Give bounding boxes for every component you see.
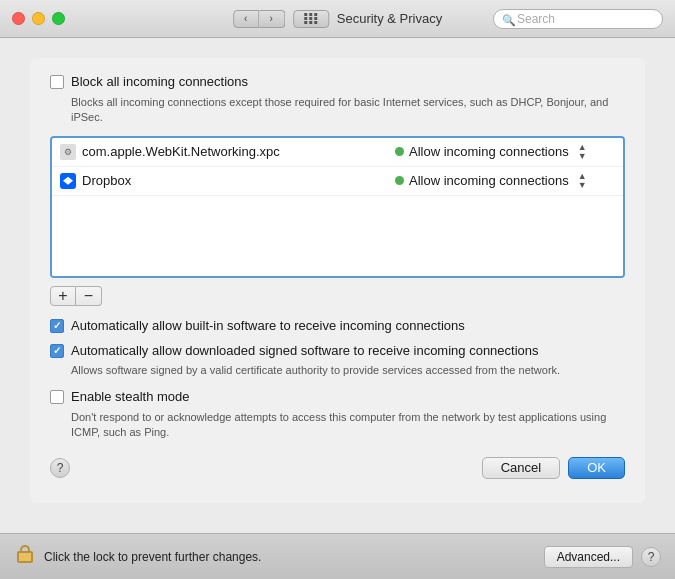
table-row[interactable]: Dropbox Allow incoming connections ▲ ▼ xyxy=(52,167,623,196)
app-name-webkit: ⚙ com.apple.WebKit.Networking.xpc xyxy=(60,144,395,160)
search-icon: 🔍 xyxy=(502,14,512,24)
auto-signed-sublabel: Allows software signed by a valid certif… xyxy=(71,363,625,378)
bottom-right-buttons: Advanced... ? xyxy=(544,546,661,568)
action-right: Cancel OK xyxy=(482,457,625,479)
auto-builtin-checkbox[interactable] xyxy=(50,319,64,333)
app-list-box: ⚙ com.apple.WebKit.Networking.xpc Allow … xyxy=(50,136,625,278)
advanced-button[interactable]: Advanced... xyxy=(544,546,633,568)
auto-signed-label: Automatically allow downloaded signed so… xyxy=(71,343,539,360)
app-icon-dropbox xyxy=(60,173,76,189)
nav-buttons: ‹ › xyxy=(233,10,285,28)
dialog-actions: ? Cancel OK xyxy=(50,457,625,479)
maximize-button[interactable] xyxy=(52,12,65,25)
app-permission-webkit: Allow incoming connections ▲ ▼ xyxy=(395,143,615,161)
lock-shackle xyxy=(20,545,30,553)
lock-icon[interactable] xyxy=(14,545,36,569)
lock-section: Click the lock to prevent further change… xyxy=(14,545,261,569)
firewall-panel: Block all incoming connections Blocks al… xyxy=(30,58,645,503)
green-dot-webkit xyxy=(395,147,404,156)
auto-signed-checkbox[interactable] xyxy=(50,344,64,358)
stealth-mode-row: Enable stealth mode xyxy=(50,389,625,406)
auto-builtin-row: Automatically allow built-in software to… xyxy=(50,318,625,335)
stealth-mode-checkbox[interactable] xyxy=(50,390,64,404)
auto-signed-row: Automatically allow downloaded signed so… xyxy=(50,343,625,360)
auto-builtin-label: Automatically allow built-in software to… xyxy=(71,318,465,335)
window-title: Security & Privacy xyxy=(337,11,442,26)
lock-text: Click the lock to prevent further change… xyxy=(44,550,261,564)
main-content: Block all incoming connections Blocks al… xyxy=(0,38,675,533)
titlebar-right: 🔍 Search xyxy=(493,9,663,29)
permission-stepper-dropbox[interactable]: ▲ ▼ xyxy=(578,172,587,190)
search-placeholder: Search xyxy=(517,12,555,26)
bottom-bar: Click the lock to prevent further change… xyxy=(0,533,675,579)
block-connections-checkbox[interactable] xyxy=(50,75,64,89)
block-connections-sublabel: Blocks all incoming connections except t… xyxy=(71,95,625,126)
app-list-filler xyxy=(52,196,623,276)
block-connections-label: Block all incoming connections xyxy=(71,74,248,91)
remove-app-button[interactable]: − xyxy=(76,286,102,306)
stealth-mode-label: Enable stealth mode xyxy=(71,389,190,406)
green-dot-dropbox xyxy=(395,176,404,185)
search-box[interactable]: 🔍 Search xyxy=(493,9,663,29)
forward-button[interactable]: › xyxy=(259,10,285,28)
block-connections-row: Block all incoming connections xyxy=(50,74,625,91)
traffic-lights xyxy=(12,12,65,25)
stealth-mode-sublabel: Don't respond to or acknowledge attempts… xyxy=(71,410,625,441)
back-button[interactable]: ‹ xyxy=(233,10,259,28)
permission-stepper-webkit[interactable]: ▲ ▼ xyxy=(578,143,587,161)
minimize-button[interactable] xyxy=(32,12,45,25)
dialog-help-button[interactable]: ? xyxy=(50,458,70,478)
table-row[interactable]: ⚙ com.apple.WebKit.Networking.xpc Allow … xyxy=(52,138,623,167)
ok-button[interactable]: OK xyxy=(568,457,625,479)
app-name-dropbox: Dropbox xyxy=(60,173,395,189)
grid-view-button[interactable] xyxy=(293,10,329,28)
app-icon-webkit: ⚙ xyxy=(60,144,76,160)
close-button[interactable] xyxy=(12,12,25,25)
grid-icon xyxy=(304,13,318,24)
cancel-button[interactable]: Cancel xyxy=(482,457,560,479)
titlebar-center: ‹ › Security & Privacy xyxy=(233,10,442,28)
help-button[interactable]: ? xyxy=(641,547,661,567)
add-remove-row: + − xyxy=(50,286,625,306)
add-app-button[interactable]: + xyxy=(50,286,76,306)
titlebar: ‹ › Security & Privacy 🔍 Search xyxy=(0,0,675,38)
app-permission-dropbox: Allow incoming connections ▲ ▼ xyxy=(395,172,615,190)
